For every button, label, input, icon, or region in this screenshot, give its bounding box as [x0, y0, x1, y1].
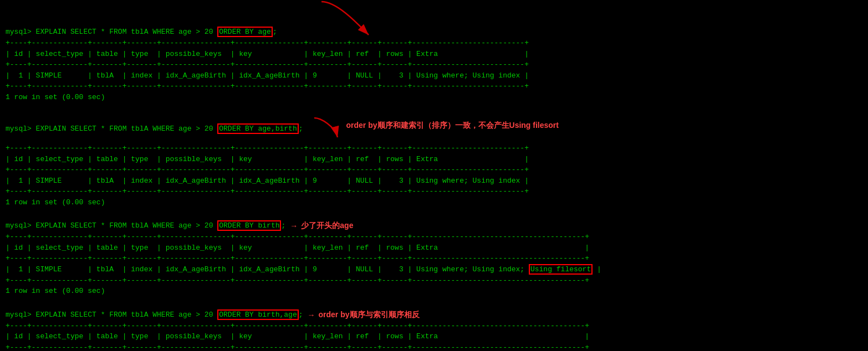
- section3-sep1: +----+-------------+-------+-------+----…: [6, 231, 862, 242]
- section3: mysql> EXPLAIN SELECT * FROM tblA WHERE …: [6, 220, 862, 297]
- blank2: [6, 209, 862, 220]
- highlight1: ORDER BY age: [217, 27, 273, 37]
- section4-query-line: mysql> EXPLAIN SELECT * FROM tblA WHERE …: [6, 309, 862, 321]
- section3-query-line: mysql> EXPLAIN SELECT * FROM tblA WHERE …: [6, 220, 862, 231]
- section3-row: | 1 | SIMPLE | tblA | index | idx_A_ageB…: [6, 264, 862, 275]
- arrow1-svg: [316, 0, 382, 43]
- annotation4-arrow: →: [308, 311, 315, 319]
- highlight2: ORDER BY age,birth: [217, 123, 298, 134]
- terminal-container: mysql> EXPLAIN SELECT * FROM tblA WHERE …: [6, 4, 862, 351]
- section3-sep3: +----+-------------+-------+-------+----…: [6, 275, 862, 286]
- annotation3-arrow: →: [290, 221, 298, 230]
- section4-header: | id | select_type | table | type | poss…: [6, 331, 862, 342]
- section2: mysql> EXPLAIN SELECT * FROM tblA WHERE …: [6, 115, 862, 208]
- section2-sep3: +----+-------------+-------+-------+----…: [6, 186, 862, 197]
- section1-query: mysql> EXPLAIN SELECT * FROM tblA WHERE …: [6, 4, 862, 38]
- section1-header: | id | select_type | table | type | poss…: [6, 49, 862, 60]
- blank3: [6, 298, 862, 309]
- section4: mysql> EXPLAIN SELECT * FROM tblA WHERE …: [6, 309, 862, 351]
- section2-sep1: +----+-------------+-------+-------+----…: [6, 143, 862, 154]
- prompt4: mysql> EXPLAIN SELECT * FROM tblA WHERE …: [6, 311, 217, 319]
- section2-query-line: mysql> EXPLAIN SELECT * FROM tblA WHERE …: [6, 115, 862, 143]
- section2-footer: 1 row in set (0.00 sec): [6, 197, 862, 208]
- section3-query: mysql> EXPLAIN SELECT * FROM tblA WHERE …: [6, 220, 285, 231]
- section2-header: | id | select_type | table | type | poss…: [6, 154, 862, 165]
- section1-sep2: +----+-------------+-------+-------+----…: [6, 59, 862, 70]
- section1-footer: 1 row in set (0.00 sec): [6, 92, 862, 103]
- section3-sep2: +----+-------------+-------+-------+----…: [6, 253, 862, 264]
- section2-sep2: +----+-------------+-------+-------+----…: [6, 164, 862, 176]
- annotation3-text: 少了开头的age: [301, 221, 353, 231]
- annotation4-text: order by顺序与索引顺序相反: [319, 310, 420, 320]
- section2-row: | 1 | SIMPLE | tblA | index | idx_A_ageB…: [6, 176, 862, 187]
- blank1: [6, 104, 862, 115]
- highlight3: ORDER BY birth: [217, 220, 281, 231]
- section1-sep1: +----+-------------+-------+-------+----…: [6, 38, 862, 49]
- watermark: JB51.CC CSDN @大数据-小袋: [798, 348, 857, 351]
- big-arrow-svg: [310, 115, 343, 143]
- section3-footer: 1 row in set (0.00 sec): [6, 286, 862, 297]
- section2-query: mysql> EXPLAIN SELECT * FROM tblA WHERE …: [6, 123, 303, 135]
- section1-sep3: +----+-------------+-------+-------+----…: [6, 81, 862, 92]
- filesort-highlight1: Using filesort: [529, 264, 593, 275]
- prompt1: mysql> EXPLAIN SELECT * FROM tblA WHERE …: [6, 28, 217, 36]
- prompt2: mysql> EXPLAIN SELECT * FROM tblA WHERE …: [6, 125, 217, 133]
- section4-query: mysql> EXPLAIN SELECT * FROM tblA WHERE …: [6, 309, 303, 321]
- section4-sep2: +----+-------------+-------+-------+----…: [6, 342, 862, 351]
- section1-row: | 1 | SIMPLE | tblA | index | idx_A_ageB…: [6, 70, 862, 81]
- section1: mysql> EXPLAIN SELECT * FROM tblA WHERE …: [6, 4, 862, 103]
- section4-sep1: +----+-------------+-------+-------+----…: [6, 321, 862, 332]
- section3-header: | id | select_type | table | type | poss…: [6, 242, 862, 254]
- highlight4: ORDER BY birth,age: [217, 309, 298, 320]
- annotation2-container: order by顺序和建索引（排序）一致，不会产生Using filesort: [310, 115, 559, 143]
- watermark-text: JB51.CC: [798, 348, 851, 351]
- prompt3: mysql> EXPLAIN SELECT * FROM tblA WHERE …: [6, 221, 217, 230]
- annotation2-text: order by顺序和建索引（排序）一致，不会产生Using filesort: [346, 121, 559, 131]
